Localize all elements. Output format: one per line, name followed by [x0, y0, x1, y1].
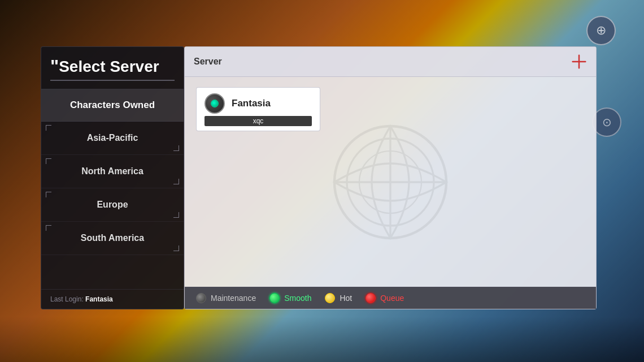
- select-server-label: Select Server: [59, 58, 159, 75]
- close-button[interactable]: [568, 50, 590, 73]
- smooth-dot: [269, 293, 280, 303]
- status-item-maintenance: Maintenance: [196, 293, 256, 303]
- last-login-label: Last Login:: [50, 295, 84, 303]
- status-item-queue: Queue: [365, 293, 404, 303]
- region-list: Asia-Pacific North America Europe South …: [41, 122, 184, 289]
- status-item-hot: Hot: [325, 293, 352, 303]
- region-item-asia-pacific[interactable]: Asia-Pacific: [41, 122, 184, 155]
- select-server-title: "Select Server: [50, 57, 175, 76]
- corner-tl-icon: [46, 192, 51, 197]
- status-item-smooth: Smooth: [269, 293, 311, 303]
- corner-br-icon: [173, 179, 179, 184]
- dialog-content: Fantasia xqc: [185, 77, 596, 287]
- corner-br-icon: [173, 145, 179, 151]
- region-label: Asia-Pacific: [87, 133, 138, 143]
- region-label: South America: [81, 233, 144, 243]
- close-icon: [570, 53, 588, 70]
- top-right-icon[interactable]: ⊕: [586, 16, 616, 45]
- region-item-north-america[interactable]: North America: [41, 155, 184, 188]
- maintenance-label: Maintenance: [211, 294, 256, 303]
- dialog-title: Server: [194, 57, 222, 67]
- characters-owned-button[interactable]: Characters Owned: [41, 89, 184, 122]
- server-card[interactable]: Fantasia xqc: [196, 87, 320, 131]
- last-login-section: Last Login: Fantasia: [41, 289, 184, 309]
- last-login-server: Fantasia: [85, 295, 113, 303]
- quote-mark: ": [50, 56, 59, 76]
- server-username: xqc: [204, 116, 312, 126]
- queue-dot: [365, 293, 376, 303]
- dialog-header: Server: [185, 47, 596, 77]
- region-label: North America: [81, 166, 143, 176]
- queue-label: Queue: [380, 294, 404, 303]
- title-underline: [50, 80, 175, 81]
- main-dialog: Server Fantasia xqc: [184, 46, 597, 309]
- region-item-south-america[interactable]: South America: [41, 222, 184, 255]
- select-server-header: "Select Server: [41, 47, 184, 89]
- server-card-row: Fantasia: [204, 93, 312, 114]
- hot-label: Hot: [340, 294, 352, 303]
- left-panel: "Select Server Characters Owned Asia-Pac…: [41, 46, 184, 309]
- server-icon-inner: [211, 100, 219, 107]
- hot-dot: [325, 293, 335, 303]
- region-label: Europe: [97, 200, 128, 210]
- corner-br-icon: [173, 212, 179, 218]
- corner-br-icon: [173, 245, 179, 251]
- characters-owned-label: Characters Owned: [70, 100, 155, 110]
- smooth-label: Smooth: [284, 294, 311, 303]
- dialog-footer: Maintenance Smooth Hot Queue: [185, 287, 596, 309]
- watermark-icon: [328, 120, 452, 244]
- server-icon: [204, 93, 225, 114]
- server-name: Fantasia: [232, 98, 271, 109]
- corner-tl-icon: [46, 225, 51, 231]
- maintenance-dot: [196, 293, 206, 303]
- region-item-europe[interactable]: Europe: [41, 188, 184, 222]
- corner-tl-icon: [46, 158, 51, 164]
- corner-tl-icon: [46, 125, 51, 131]
